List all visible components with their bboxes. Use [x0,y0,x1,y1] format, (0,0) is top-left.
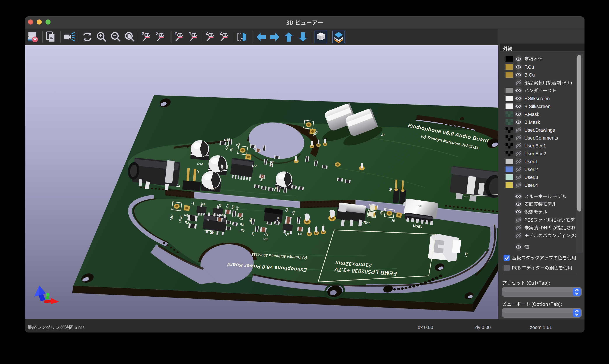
svg-text:D4: D4 [220,213,225,217]
svg-text:U4: U4 [264,233,268,237]
svg-text:User.Eco2: User.Eco2 [524,151,546,156]
svg-text:B.Silkscreen: B.Silkscreen [524,104,551,109]
svg-text:X: X [142,31,144,36]
svg-text:R3: R3 [184,220,189,225]
svg-text:R2: R2 [240,228,245,233]
svg-text:User.4: User.4 [524,183,538,188]
svg-text:J6: J6 [391,218,395,223]
svg-text:+: + [428,251,431,258]
svg-text:zoom 1.61: zoom 1.61 [530,325,552,330]
svg-text:C6: C6 [298,232,302,236]
svg-text:R19: R19 [224,138,230,142]
svg-text:User.2: User.2 [524,167,538,172]
svg-text:User.Drawings: User.Drawings [524,128,555,133]
svg-text:U3: U3 [200,202,205,206]
svg-text:J2: J2 [380,132,385,137]
svg-text:dy 0.00: dy 0.00 [475,325,491,330]
svg-text:dx 0.00: dx 0.00 [418,325,433,330]
svg-text:B.Cu: B.Cu [524,72,535,78]
svg-text:User.Comments: User.Comments [524,135,558,141]
svg-text:Y: Y [175,31,177,36]
svg-text:C1: C1 [239,217,244,221]
svg-text:B.Mask: B.Mask [524,120,540,125]
svg-text:U7: U7 [252,164,257,168]
svg-text:F.Mask: F.Mask [524,112,539,117]
svg-text:F.Silkscreen: F.Silkscreen [524,96,550,101]
svg-text:C5: C5 [263,237,268,241]
svg-text:R6: R6 [184,213,189,217]
svg-text:User.Eco1: User.Eco1 [524,143,546,149]
svg-text:User.1: User.1 [524,159,538,164]
svg-text:U6: U6 [464,252,468,257]
svg-text:F.Cu: F.Cu [524,65,534,70]
svg-text:X: X [156,31,159,36]
svg-text:R1: R1 [240,222,244,227]
svg-text:Z: Z [206,31,208,36]
svg-text:J4: J4 [176,184,181,188]
svg-text:Z: Z [220,31,222,36]
svg-text:User.3: User.3 [524,175,538,180]
svg-text:Q1: Q1 [285,232,290,236]
svg-text:U2: U2 [217,203,222,208]
svg-text:Y: Y [189,31,191,36]
